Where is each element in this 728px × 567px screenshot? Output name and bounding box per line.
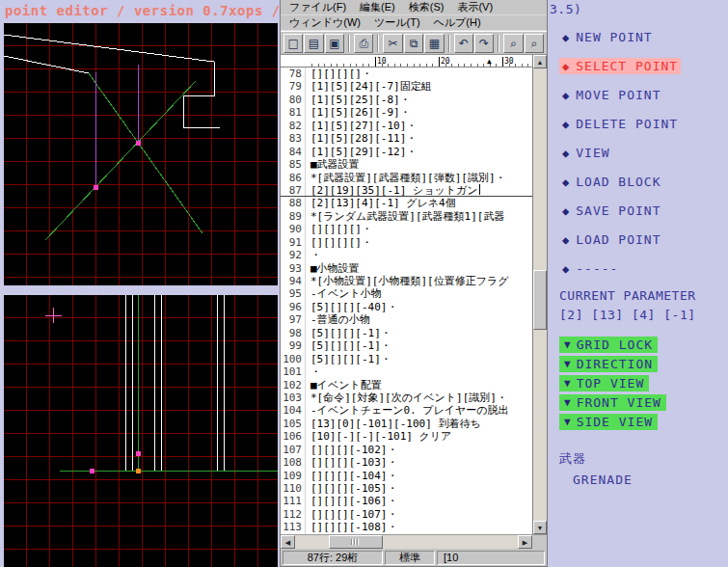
- find-button[interactable]: ⌕: [503, 34, 523, 53]
- menu-item[interactable]: 表示(V): [450, 0, 499, 14]
- line-text: [][][][-104]・: [306, 470, 532, 482]
- redo-button[interactable]: ↷: [474, 34, 494, 53]
- selected-point-marker: [136, 469, 141, 473]
- weapon-value: GRENADE: [573, 472, 633, 487]
- toggle-label: DIRECTION: [577, 357, 653, 371]
- code-line: 107 [][][][-102]・: [281, 444, 532, 456]
- down-arrow-icon: ▼: [537, 525, 544, 531]
- code-area[interactable]: 78 [][][][]・ 79 [1][5][24][-7]固定組 80 [1]…: [281, 68, 532, 534]
- panel-menu-label: NEW POINT: [576, 30, 652, 44]
- diamond-icon: ◆: [562, 89, 569, 102]
- view-toggle[interactable]: ▼ FRONT VIEW: [559, 394, 666, 411]
- code-line: 94 *[小物設置][小物種類][位置修正フラグ: [281, 275, 532, 287]
- menu-item[interactable]: ファイル(F): [283, 0, 353, 14]
- panel-menu-item[interactable]: ◆ SAVE POINT: [559, 202, 664, 219]
- purple-guide-lines: [95, 65, 138, 187]
- line-number: 79: [281, 80, 306, 93]
- vertical-scrollbar[interactable]: ▲ ▼: [532, 55, 547, 534]
- panel-menu-item[interactable]: ◆ LOAD POINT: [559, 231, 664, 248]
- undo-button[interactable]: ↶: [454, 34, 473, 53]
- panel-menu-item[interactable]: ◆ DELETE POINT: [559, 116, 681, 132]
- panel-menu-item[interactable]: ◆ MOVE POINT: [559, 87, 664, 103]
- line-text: [][][][]・: [306, 236, 532, 249]
- line-number: 82: [281, 120, 306, 132]
- save-button[interactable]: ▣: [325, 34, 344, 53]
- vertical-scroll-track[interactable]: [533, 68, 547, 521]
- right-arrow-icon: ▶: [523, 539, 527, 546]
- horizontal-scrollbar[interactable]: ◀ ▶: [281, 534, 547, 549]
- line-number: 83: [281, 132, 306, 145]
- menu-item[interactable]: ツール(T): [367, 15, 427, 30]
- line-number: 110: [281, 482, 306, 495]
- panel-menu-label: MOVE POINT: [576, 88, 661, 102]
- line-number: 93: [281, 262, 306, 275]
- line-number: 90: [281, 223, 306, 235]
- line-number: 96: [281, 301, 306, 313]
- line-text: [5][][][-40]・: [306, 301, 532, 313]
- menu-item[interactable]: ウィンドウ(W): [283, 15, 367, 30]
- code-line: 90 [][][][]・: [281, 223, 532, 235]
- toggle-label: TOP VIEW: [577, 376, 645, 391]
- line-number: 102: [281, 379, 306, 392]
- panel-menu-item[interactable]: ◆ NEW POINT: [559, 29, 656, 45]
- line-number: 101: [281, 365, 306, 378]
- line-text: ■イベント配置: [306, 379, 532, 392]
- panel-menu-item[interactable]: ◆ VIEW: [559, 145, 613, 161]
- line-number: 104: [281, 404, 306, 417]
- scroll-down-button[interactable]: ▼: [533, 521, 547, 534]
- line-text: ■小物設置: [306, 262, 532, 275]
- line-number: 88: [281, 197, 306, 209]
- view-toggle[interactable]: ▼ DIRECTION: [559, 356, 658, 372]
- new-document-button[interactable]: □: [283, 34, 303, 53]
- menu-item[interactable]: ヘルプ(H): [427, 15, 488, 30]
- code-line: 85 ■武器設置: [281, 158, 532, 171]
- view-toggle[interactable]: ▼ TOP VIEW: [559, 375, 649, 392]
- open-file-button[interactable]: ▤: [304, 34, 323, 53]
- menu-item[interactable]: 検索(S): [402, 0, 451, 14]
- copy-button[interactable]: ⧉: [404, 34, 423, 53]
- viewport-top-view[interactable]: [4, 23, 278, 285]
- green-guide-lines: [45, 73, 202, 240]
- panel-menu-item[interactable]: ◆ LOAD BLOCK: [559, 174, 664, 190]
- line-text: [2][19][35][-1] ショットガン: [306, 184, 532, 196]
- viewport-front-view[interactable]: [4, 295, 278, 567]
- menu-item[interactable]: 編集(E): [353, 0, 402, 14]
- line-text: [1][5][27][-10]・: [306, 120, 532, 132]
- current-parameter-value: [2] [13] [4] [-1]: [559, 308, 696, 322]
- print-button[interactable]: ⎙: [354, 34, 373, 53]
- white-wireframe: [4, 35, 220, 127]
- panel-menu-label: LOAD BLOCK: [576, 175, 661, 189]
- scroll-left-button[interactable]: ◀: [281, 535, 295, 549]
- line-number: 97: [281, 313, 306, 326]
- side-panel: 3.5) ◆ NEW POINT ◆ SELECT POINT ◆ MOVE P…: [548, 0, 728, 567]
- line-text: ・: [306, 365, 532, 378]
- menu-bar-row-1: ファイル(F)編集(E)検索(S)表示(V): [281, 0, 547, 15]
- toolbar: □ ▤ ▣ ⎙ ✂ ⧉ ▦ ↶ ↷ ⌕ ⌕: [281, 31, 547, 55]
- horizontal-scroll-track[interactable]: [295, 535, 518, 549]
- horizontal-scroll-thumb[interactable]: [329, 535, 383, 549]
- toggle-label: GRID LOCK: [577, 338, 653, 352]
- line-number: 100: [281, 353, 306, 365]
- line-number: 99: [281, 339, 306, 352]
- paste-button[interactable]: ▦: [424, 34, 444, 53]
- line-number: 111: [281, 495, 306, 507]
- code-line: 79 [1][5][24][-7]固定組: [281, 80, 532, 93]
- vertical-scroll-thumb[interactable]: [533, 270, 547, 330]
- line-number: 109: [281, 470, 306, 482]
- triangle-down-icon: ▼: [564, 377, 571, 390]
- code-line: 87 [2][19][35][-1] ショットガン: [281, 184, 532, 197]
- undo-arrow-icon: ↶: [459, 38, 469, 49]
- scroll-right-button[interactable]: ▶: [518, 535, 532, 549]
- line-number: 80: [281, 94, 306, 106]
- line-number: 95: [281, 287, 306, 300]
- find-next-button[interactable]: ⌕: [525, 34, 544, 53]
- redo-arrow-icon: ↷: [479, 38, 489, 49]
- scroll-up-button[interactable]: ▲: [533, 55, 547, 68]
- panel-menu-item[interactable]: ◆ SELECT POINT: [559, 58, 681, 74]
- status-bar: 87行: 29桁 標準 [10: [281, 549, 547, 566]
- panel-menu-item[interactable]: ◆ -----: [559, 260, 621, 277]
- point-markers: [90, 451, 141, 473]
- view-toggle[interactable]: ▼ SIDE VIEW: [559, 414, 658, 430]
- cut-button[interactable]: ✂: [383, 34, 402, 53]
- view-toggle[interactable]: ▼ GRID LOCK: [559, 337, 658, 353]
